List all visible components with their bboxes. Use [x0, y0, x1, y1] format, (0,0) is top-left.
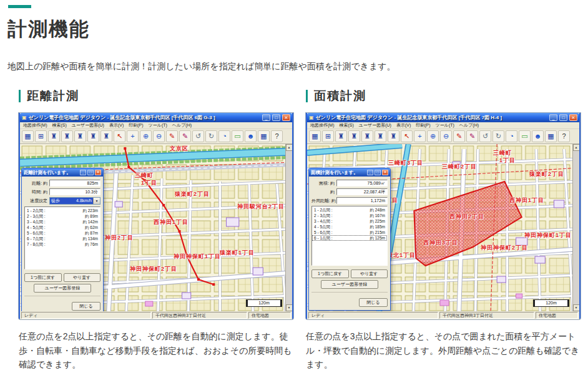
toolbar-icon[interactable]: ↻: [492, 130, 504, 142]
toolbar-icon[interactable]: ♜: [388, 130, 399, 142]
segment-row[interactable]: 6 - 1点間 : 約 125m: [312, 235, 387, 241]
toolbar-icon[interactable]: ⊞: [35, 130, 47, 142]
menu-item[interactable]: ヘルプ(H): [459, 122, 479, 128]
toolbar-icon[interactable]: ▦: [258, 130, 270, 142]
toolbar-icon[interactable]: ◔: [506, 130, 517, 142]
toolbar-icon[interactable]: ▦: [309, 130, 321, 142]
dialog-minimize-button[interactable]: _: [367, 170, 373, 175]
dialog-maximize-button[interactable]: □: [375, 170, 381, 175]
toolbar-icon[interactable]: ♜: [361, 130, 373, 142]
segment-row[interactable]: 7 - 8点間 : 約 76m: [25, 241, 100, 247]
menu-item[interactable]: 表示(V): [396, 122, 411, 128]
toolbar-icon[interactable]: ↖: [401, 130, 413, 142]
toolbar-icon[interactable]: ✎: [179, 130, 191, 142]
dialog-close-button[interactable]: 閉じる: [72, 302, 100, 311]
dialog-close-icon[interactable]: ✕: [382, 170, 388, 175]
toolbar-icon[interactable]: ♜: [61, 130, 73, 142]
scroll-up-icon[interactable]: ▲: [573, 144, 580, 151]
menu-item[interactable]: 地図操作(M): [310, 122, 335, 128]
segment-row[interactable]: 5 - 6点間 : 約 215m: [312, 230, 387, 235]
menu-item[interactable]: ツール(T): [149, 122, 167, 128]
menu-item[interactable]: 表示(V): [109, 122, 124, 128]
redo-button[interactable]: やり直す: [64, 273, 101, 282]
toolbar-icon[interactable]: ▭: [232, 130, 243, 142]
segment-list[interactable]: 1 - 2点間 : 約 248m 2 - 3点間 : 約 167m: [311, 206, 388, 266]
window-titlebar[interactable]: ▣ ゼンリン電子住宅地図 デジタウン - 誕生記念版東京都千代田区 [千代田区 …: [307, 113, 579, 122]
toolbar-icon[interactable]: ?: [558, 130, 570, 142]
dialog-close-button[interactable]: 閉じる: [359, 298, 388, 307]
menu-item[interactable]: 検索(S): [340, 122, 354, 128]
toolbar-icon[interactable]: ⊞: [322, 130, 334, 142]
minimize-button[interactable]: _: [549, 114, 557, 121]
menu-item[interactable]: 検索(S): [52, 122, 67, 128]
segment-row[interactable]: 4 - 5点間 : 約 62m: [25, 225, 100, 230]
close-button[interactable]: ✕: [569, 114, 577, 121]
close-button[interactable]: ✕: [282, 114, 290, 121]
toolbar-icon[interactable]: ✎: [466, 130, 478, 142]
toolbar-icon[interactable]: ◔: [218, 130, 230, 142]
toolbar-icon[interactable]: ⊕: [140, 130, 152, 142]
toolbar-icon[interactable]: ♜: [87, 130, 99, 142]
toolbar-icon[interactable]: ✎: [453, 130, 465, 142]
window-titlebar[interactable]: ▣ ゼンリン電子住宅地図 デジタウン - 誕生記念版東京都千代田区 [千代田区 …: [20, 113, 292, 122]
menu-item[interactable]: ユーザー図形(U): [72, 122, 104, 128]
segment-row[interactable]: 2 - 3点間 : 約 89m: [25, 213, 100, 219]
toolbar-icon[interactable]: ↖: [114, 130, 125, 142]
menu-item[interactable]: 地図操作(M): [23, 122, 47, 128]
toolbar-icon[interactable]: ☻: [532, 130, 544, 142]
register-figure-button[interactable]: ユーザー図形登録: [34, 284, 91, 293]
segment-row[interactable]: 2 - 3点間 : 約 167m: [312, 213, 387, 218]
dialog-titlebar[interactable]: 距離計測を行います。 _ □ ✕: [22, 168, 103, 177]
toolbar-icon[interactable]: ⊖: [153, 130, 165, 142]
segment-row[interactable]: 1 - 2点間 : 約 223m: [25, 208, 100, 213]
toolbar-icon[interactable]: ▭: [519, 130, 531, 142]
dialog-minimize-button[interactable]: _: [80, 170, 86, 175]
toolbar-icon[interactable]: +: [127, 130, 139, 142]
menu-item[interactable]: 印刷(P): [416, 122, 430, 128]
menu-item[interactable]: ヘルプ(H): [172, 122, 192, 128]
maximize-button[interactable]: □: [272, 114, 280, 121]
toolbar-icon[interactable]: ♜: [48, 130, 60, 142]
toolbar-icon[interactable]: ▦: [22, 130, 34, 142]
dialog-close-icon[interactable]: ✕: [95, 170, 101, 175]
register-figure-button[interactable]: ユーザー図形登録: [321, 280, 378, 289]
toolbar-icon[interactable]: ♜: [348, 130, 360, 142]
toolbar-icon[interactable]: ♜: [100, 130, 112, 142]
segment-row[interactable]: 6 - 7点間 : 約 134m: [25, 236, 100, 241]
redo-button[interactable]: やり直す: [351, 269, 388, 278]
segment-row[interactable]: 5 - 6点間 : 約 87m: [25, 230, 100, 236]
minimize-button[interactable]: _: [262, 114, 270, 121]
chevron-down-icon[interactable]: ▼: [93, 198, 100, 204]
toolbar-icon[interactable]: ▦: [545, 130, 557, 142]
toolbar-icon[interactable]: +: [414, 130, 426, 142]
toolbar-icon[interactable]: ↺: [479, 130, 491, 142]
speed-select[interactable]: 徒歩 4.8km/h ▼: [49, 197, 100, 205]
undo-button[interactable]: 1つ前に戻す: [24, 273, 62, 282]
segment-row[interactable]: 3 - 4点間 : 約 142m: [25, 219, 100, 225]
menu-item[interactable]: ユーザー図形(U): [359, 122, 391, 128]
toolbar-icon[interactable]: ✎: [166, 130, 178, 142]
toolbar-icon[interactable]: ↺: [192, 130, 204, 142]
scroll-down-icon[interactable]: ▼: [573, 304, 580, 311]
segment-list[interactable]: 1 - 2点間 : 約 223m 2 - 3点間 : 約 89m: [24, 206, 100, 269]
scroll-down-icon[interactable]: ▼: [286, 304, 293, 311]
vertical-scrollbar[interactable]: ▲ ▼: [572, 144, 579, 311]
toolbar-icon[interactable]: ?: [271, 130, 283, 142]
vertical-scrollbar[interactable]: ▲ ▼: [285, 144, 292, 311]
menu-item[interactable]: ツール(T): [436, 122, 454, 128]
segment-row[interactable]: 3 - 4点間 : 約 225m: [312, 218, 387, 224]
dialog-maximize-button[interactable]: □: [87, 170, 94, 175]
segment-row[interactable]: 1 - 2点間 : 約 248m: [312, 207, 387, 213]
toolbar-icon[interactable]: ☻: [245, 130, 257, 142]
menu-item[interactable]: 印刷(P): [129, 122, 143, 128]
toolbar-icon[interactable]: ♜: [375, 130, 386, 142]
maximize-button[interactable]: □: [559, 114, 567, 121]
toolbar-icon[interactable]: ↻: [205, 130, 217, 142]
undo-button[interactable]: 1つ前に戻す: [311, 269, 349, 278]
toolbar-icon[interactable]: ⊖: [440, 130, 452, 142]
toolbar-icon[interactable]: ♜: [74, 130, 86, 142]
segment-row[interactable]: 4 - 5点間 : 約 185m: [312, 224, 387, 230]
toolbar-icon[interactable]: ⊕: [427, 130, 439, 142]
toolbar-icon[interactable]: ♜: [335, 130, 347, 142]
dialog-titlebar[interactable]: 面積計測を行います。 _ □ ✕: [309, 168, 390, 177]
